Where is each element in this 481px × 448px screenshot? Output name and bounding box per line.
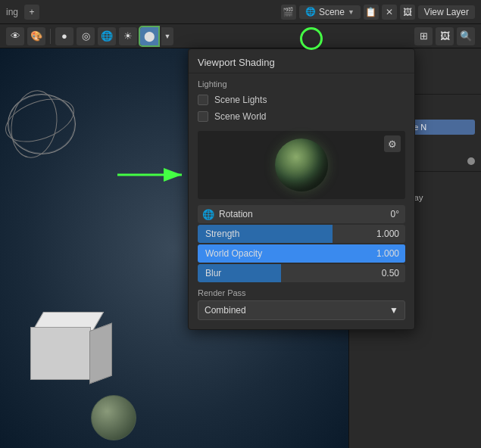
dropdown-chevron-icon: ▼ xyxy=(389,305,398,316)
combined-label: Combined xyxy=(205,305,246,316)
hdri-preview: ⚙ xyxy=(198,131,405,199)
hdri-sphere xyxy=(275,138,328,191)
top-toolbar: ing + 🎬 🌐 Scene ▼ 📋 ✕ 🖼 View Layer xyxy=(0,0,481,24)
scene-world-label: Scene World xyxy=(214,111,266,122)
render-pass-dropdown[interactable]: Combined ▼ xyxy=(198,300,405,320)
strength-label: Strength xyxy=(198,229,376,239)
rotation-slider[interactable]: 🌐 Rotation 0° xyxy=(198,205,405,223)
blur-slider[interactable]: Blur 0.50 xyxy=(198,264,405,282)
world-opacity-slider[interactable]: World Opacity 1.000 xyxy=(198,244,405,263)
scene-lights-checkbox[interactable] xyxy=(198,95,208,105)
second-toolbar: 👁 🎨 ● ◎ 🌐 ☀ ⬤ ▼ ⊞ 🖼 🔍 xyxy=(0,24,481,48)
layout-btn[interactable]: ⊞ xyxy=(414,27,433,45)
app-text: ing xyxy=(6,7,18,17)
render-icon[interactable]: 🎬 xyxy=(281,5,296,20)
hdri-settings-button[interactable]: ⚙ xyxy=(384,135,401,152)
render-mode-btn[interactable]: 🌐 xyxy=(98,27,116,45)
viewport-icon[interactable]: 🖼 xyxy=(400,5,415,20)
blur-value: 0.50 xyxy=(382,268,405,278)
viewport-mode-btn[interactable]: 👁 xyxy=(6,27,24,45)
blur-label: Blur xyxy=(198,268,382,278)
eevee-mode-btn[interactable]: ☀ xyxy=(119,27,137,45)
solid-mode-btn[interactable]: ● xyxy=(55,27,73,45)
scene-label: Scene xyxy=(319,7,345,17)
world-opacity-label: World Opacity xyxy=(198,248,376,259)
scene-world-checkbox[interactable] xyxy=(198,111,208,122)
shading-dropdown[interactable]: ▼ xyxy=(161,27,173,45)
render-pass-label: Render Pass xyxy=(198,288,405,297)
world-opacity-value: 1.000 xyxy=(376,248,405,259)
search-btn[interactable]: 🔍 xyxy=(457,27,475,45)
scene-lights-row: Scene Lights xyxy=(189,92,414,108)
strength-value: 1.000 xyxy=(376,229,405,239)
rendered-mode-btn[interactable]: ⬤ xyxy=(140,27,158,45)
scene-icon[interactable]: 📋 xyxy=(364,5,379,20)
material-mode-btn[interactable]: ◎ xyxy=(77,27,95,45)
strength-dot xyxy=(467,157,475,165)
cube-front xyxy=(30,327,91,380)
view-layer-label: View Layer xyxy=(424,7,469,17)
add-button[interactable]: + xyxy=(24,5,39,20)
scene-selector[interactable]: 🌐 Scene ▼ xyxy=(299,5,361,19)
strength-slider[interactable]: Strength 1.000 xyxy=(198,225,405,243)
scene-lights-label: Scene Lights xyxy=(214,95,267,105)
rotation-value: 0° xyxy=(391,209,405,219)
rotation-label: Rotation xyxy=(219,209,391,219)
bottom-sphere xyxy=(91,395,136,440)
view-layer-btn[interactable]: View Layer xyxy=(418,5,475,19)
scene-world-row: Scene World xyxy=(189,108,414,125)
close-icon[interactable]: ✕ xyxy=(382,5,397,20)
rotation-icon: 🌐 xyxy=(198,209,219,220)
cube-side xyxy=(89,323,112,384)
view-btn[interactable]: 🖼 xyxy=(436,27,454,45)
render-pass-section: Render Pass Combined ▼ xyxy=(189,288,414,320)
cube-object xyxy=(23,312,114,387)
viewport-shading-popup: Viewport Shading Lighting Scene Lights S… xyxy=(188,48,415,330)
popup-title: Viewport Shading xyxy=(189,49,414,73)
lighting-label: Lighting xyxy=(189,73,414,92)
shading-mode-btn[interactable]: 🎨 xyxy=(27,27,45,45)
